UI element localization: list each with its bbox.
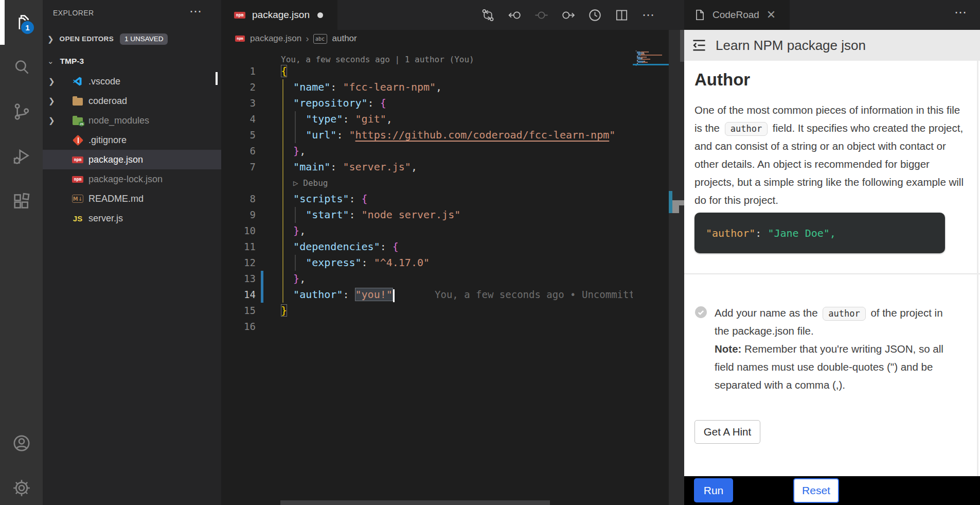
tree-item-README-md[interactable]: M↓README.md xyxy=(43,189,221,208)
code-line-11: "dependencies": { xyxy=(281,239,399,255)
file-name: node_modules xyxy=(88,115,149,126)
tree-item-node-modules[interactable]: ❯JSnode_modules xyxy=(43,111,221,130)
tab-label: package.json xyxy=(252,9,310,21)
extensions-icon[interactable] xyxy=(0,181,43,222)
tab-coderoad[interactable]: CodeRoad ✕ xyxy=(684,0,790,30)
line-number: 16 xyxy=(221,319,256,335)
text-line: field names must use double-quotes (") a… xyxy=(715,358,933,376)
settings-icon[interactable] xyxy=(0,467,43,505)
account-icon[interactable] xyxy=(0,423,43,464)
code-line-7: "main": "server.js", xyxy=(281,159,417,175)
sidebar-title: EXPLORER xyxy=(53,9,94,17)
code-line-10: }, xyxy=(281,223,306,239)
text-line: Note: Remember that you're writing JSON,… xyxy=(715,340,943,358)
breadcrumb: npm package.json › abc author xyxy=(221,30,633,47)
navigate-back-icon[interactable] xyxy=(507,7,522,23)
tree-item--gitignore[interactable]: .gitignore xyxy=(43,130,221,150)
file-name: .gitignore xyxy=(88,135,127,146)
get-a-hint-button[interactable]: Get A Hint xyxy=(694,420,760,444)
text-line: the package.json file. xyxy=(715,322,814,340)
open-editors-section[interactable]: ❯ OPEN EDITORS 1 UNSAVED xyxy=(43,29,221,48)
indent-guide xyxy=(295,111,296,143)
text-line: projects, but a simple string like the f… xyxy=(694,173,964,191)
close-icon[interactable]: ✕ xyxy=(767,8,776,22)
coderoad-title: Learn NPM package json xyxy=(716,38,866,54)
activity-bar: 1 xyxy=(0,0,43,505)
breadcrumb-symbol[interactable]: author xyxy=(332,33,357,44)
search-icon[interactable] xyxy=(0,47,43,88)
panel-scrollbar[interactable] xyxy=(977,61,978,476)
folder-icon xyxy=(72,96,83,106)
outdent-icon[interactable] xyxy=(691,38,707,53)
tree-item-package-json[interactable]: npmpackage.json xyxy=(43,150,221,169)
tree-item--vscode[interactable]: ❯.vscode xyxy=(43,72,221,91)
file-name: package.json xyxy=(88,154,143,165)
run-button[interactable]: Run xyxy=(694,478,733,502)
code-line-9: "start": "node server.js" xyxy=(281,207,460,223)
node-folder-icon: JS xyxy=(72,115,83,126)
text-line: Add your name as the author of the proje… xyxy=(715,304,943,322)
line-number: 9 xyxy=(221,207,256,223)
minimap[interactable] xyxy=(633,30,669,500)
tree-item-package-lock-json[interactable]: npmpackage-lock.json xyxy=(43,169,221,189)
codelens-debug[interactable]: ▷ Debug xyxy=(293,175,328,191)
vertical-scrollbar[interactable] xyxy=(680,30,684,62)
inline-code-chip: author xyxy=(725,122,768,136)
editor-actions: ⋯ xyxy=(474,0,662,30)
explorer-badge: 1 xyxy=(20,20,35,35)
sidebar-more-icon[interactable]: ⋯ xyxy=(189,4,202,19)
markdown-icon: M↓ xyxy=(72,194,83,204)
file-name: package-lock.json xyxy=(88,174,163,185)
overview-ruler xyxy=(669,30,684,505)
breadcrumb-file[interactable]: package.json xyxy=(250,33,301,44)
line-number: 2 xyxy=(221,79,256,95)
split-editor-icon[interactable] xyxy=(614,7,629,23)
explorer-sidebar: EXPLORER ⋯ ❯ OPEN EDITORS 1 UNSAVED ⌄ TM… xyxy=(43,0,221,505)
horizontal-scrollbar[interactable] xyxy=(280,500,550,505)
text-line: separated with a comma (,). xyxy=(715,376,845,394)
vscode-folder-icon xyxy=(72,76,83,86)
code-line-3: "repository": { xyxy=(281,95,386,111)
divider xyxy=(684,273,980,274)
workspace-section[interactable]: ⌄ TMP-3 xyxy=(43,51,221,72)
breadcrumb-separator: › xyxy=(306,33,309,44)
open-changes-icon[interactable] xyxy=(560,7,576,23)
text-line: One of the most common pieces of informa… xyxy=(694,101,960,119)
line-number: 4 xyxy=(221,111,256,127)
indent-guide xyxy=(295,255,296,271)
timeline-icon[interactable] xyxy=(587,7,602,23)
navigate-forward-icon[interactable] xyxy=(533,7,549,23)
dirty-indicator[interactable] xyxy=(317,12,323,18)
npm-icon: npm xyxy=(234,12,245,19)
tab-package-json[interactable]: npm package.json xyxy=(221,0,337,30)
chevron-right-icon: ❯ xyxy=(48,116,55,125)
unsaved-badge: 1 UNSAVED xyxy=(120,33,168,45)
panel-more-icon[interactable]: ⋯ xyxy=(954,5,968,20)
file-name: README.md xyxy=(88,194,144,204)
tree-item-coderoad[interactable]: ❯coderoad xyxy=(43,91,221,111)
code-line-6: }, xyxy=(281,143,306,159)
minimap-current-line xyxy=(633,64,669,65)
run-and-debug-icon[interactable] xyxy=(0,135,43,177)
line-number: 8 xyxy=(221,191,256,207)
more-actions-icon[interactable]: ⋯ xyxy=(640,7,656,23)
chevron-right-icon: ❯ xyxy=(48,96,55,106)
line-number: 1 xyxy=(221,63,256,79)
line-number: 5 xyxy=(221,127,256,143)
codelens-authors[interactable]: You, a few seconds ago | 1 author (You) xyxy=(281,51,474,67)
symbol-string-icon: abc xyxy=(313,34,327,44)
line-number: 11 xyxy=(221,239,256,255)
inline-code-chip: author xyxy=(823,307,865,321)
tab-label: CodeRoad xyxy=(712,9,759,21)
reset-button[interactable]: Reset xyxy=(793,478,839,503)
compare-changes-icon[interactable] xyxy=(480,7,495,23)
tree-item-server-js[interactable]: JSserver.js xyxy=(43,208,221,228)
npm-icon: npm xyxy=(72,154,83,165)
line-number: 13 xyxy=(221,271,256,287)
file-name: .vscode xyxy=(88,76,120,87)
workspace-label: TMP-3 xyxy=(60,57,84,66)
explorer-icon[interactable] xyxy=(0,2,43,43)
code-line-15: } xyxy=(281,303,287,319)
source-control-icon[interactable] xyxy=(0,91,43,132)
line-number: 10 xyxy=(221,223,256,239)
